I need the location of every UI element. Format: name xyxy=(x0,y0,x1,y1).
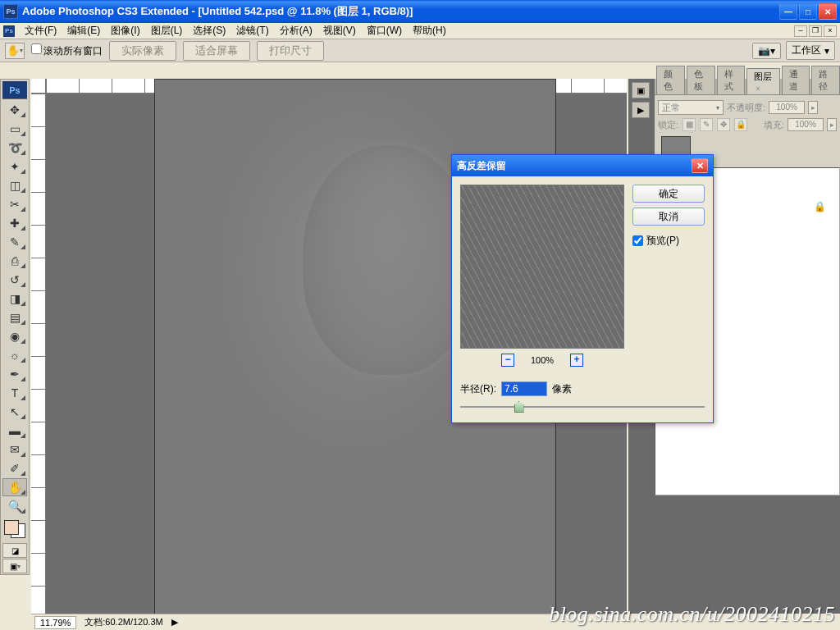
fill-label: 填充: xyxy=(764,119,784,131)
opacity-arrow-icon[interactable]: ▸ xyxy=(808,101,818,114)
fill-arrow-icon[interactable]: ▸ xyxy=(827,118,837,131)
status-bar: 11.79% 文档:60.2M/120.3M ▶ xyxy=(31,614,627,630)
opacity-value[interactable]: 100% xyxy=(769,101,805,114)
lock-buttons: ▦ ✎ ✥ 🔒 xyxy=(682,118,748,131)
tool-notes[interactable]: ✉ xyxy=(2,441,27,459)
toolbox-logo-icon: Ps xyxy=(2,81,27,99)
tool-slice[interactable]: ✂ xyxy=(2,195,27,213)
well-history-icon[interactable]: ▶ xyxy=(632,102,650,118)
dialog-titlebar[interactable]: 高反差保留 ✕ xyxy=(452,155,713,176)
scroll-all-checkbox[interactable]: 滚动所有窗口 xyxy=(31,43,103,58)
tool-shape[interactable]: ▬ xyxy=(2,422,27,440)
tool-stamp[interactable]: ⎙ xyxy=(2,252,27,270)
toolbox: Ps ✥▭➰✦◫✂✚✎⎙↺◨▤◉☼✒T↖▬✉✐✋🔍 ◪ ▣▾ xyxy=(0,79,30,575)
menu-bar: Ps 文件(F) 编辑(E) 图像(I) 图层(L) 选择(S) 滤镜(T) 分… xyxy=(0,23,840,39)
doc-icon: Ps xyxy=(3,25,15,37)
well-navigator-icon[interactable]: ▣ xyxy=(632,82,650,98)
canvas-content xyxy=(303,145,475,375)
maximize-button[interactable]: □ xyxy=(799,3,817,20)
dialog-title: 高反差保留 xyxy=(457,159,506,173)
tool-zoom[interactable]: 🔍 xyxy=(2,497,27,515)
lock-position-icon[interactable]: ✥ xyxy=(717,118,730,131)
menu-file[interactable]: 文件(F) xyxy=(21,22,61,39)
tool-gradient[interactable]: ▤ xyxy=(2,308,27,326)
menu-analysis[interactable]: 分析(A) xyxy=(276,22,317,39)
tool-marquee[interactable]: ▭ xyxy=(2,120,27,138)
tool-eyedrop[interactable]: ✐ xyxy=(2,459,27,477)
zoom-in-button[interactable]: + xyxy=(570,354,583,367)
tool-eraser[interactable]: ◨ xyxy=(2,290,27,308)
tab-颜色[interactable]: 颜色 xyxy=(656,66,685,94)
tool-pen[interactable]: ✒ xyxy=(2,365,27,383)
foreground-swatch[interactable] xyxy=(4,520,19,535)
ruler-vertical[interactable] xyxy=(31,94,46,614)
tool-blur[interactable]: ◉ xyxy=(2,327,27,345)
mdi-restore-button[interactable]: ❐ xyxy=(809,25,822,37)
tool-lasso[interactable]: ➰ xyxy=(2,139,27,157)
print-size-button[interactable]: 打印尺寸 xyxy=(257,41,324,61)
lock-label: 锁定: xyxy=(658,119,678,131)
tool-heal[interactable]: ✚ xyxy=(2,214,27,232)
slider-thumb[interactable] xyxy=(514,401,524,413)
minimize-button[interactable]: — xyxy=(779,3,797,20)
tool-dodge[interactable]: ☼ xyxy=(2,346,27,364)
status-arrow-icon[interactable]: ▶ xyxy=(171,617,178,628)
tool-move[interactable]: ✥ xyxy=(2,101,27,119)
close-button[interactable]: ✕ xyxy=(819,3,837,20)
lock-indicator-icon: 🔒 xyxy=(814,201,826,212)
workspace-button[interactable]: 工作区 ▾ xyxy=(786,41,835,60)
tool-hand[interactable]: ✋ xyxy=(2,478,27,496)
window-title: Adobe Photoshop CS3 Extended - [Untitled… xyxy=(22,4,413,19)
fill-value[interactable]: 100% xyxy=(788,118,824,131)
tool-brush[interactable]: ✎ xyxy=(2,233,27,251)
menu-view[interactable]: 视图(V) xyxy=(319,22,360,39)
preview-checkbox[interactable]: 预览(P) xyxy=(632,234,705,248)
menu-select[interactable]: 选择(S) xyxy=(189,22,230,39)
radius-unit: 像素 xyxy=(552,382,572,396)
lock-transparent-icon[interactable]: ▦ xyxy=(682,118,696,131)
tab-色板[interactable]: 色板 xyxy=(687,66,715,94)
screenmode-button[interactable]: ▣▾ xyxy=(2,559,27,573)
lock-all-icon[interactable]: 🔒 xyxy=(734,118,747,131)
color-swatches[interactable] xyxy=(2,518,27,540)
menu-edit[interactable]: 编辑(E) xyxy=(63,22,104,39)
menu-image[interactable]: 图像(I) xyxy=(107,22,144,39)
app-logo-icon: Ps xyxy=(3,4,18,19)
opacity-label: 不透明度: xyxy=(727,102,765,114)
radius-input[interactable] xyxy=(501,381,547,396)
radius-label: 半径(R): xyxy=(460,382,496,396)
zoom-level: 100% xyxy=(531,355,554,365)
tool-preset-icon[interactable]: ✋▾ xyxy=(5,43,25,59)
ok-button[interactable]: 确定 xyxy=(632,185,705,203)
tab-通道[interactable]: 通道 xyxy=(782,66,810,94)
actual-pixels-button[interactable]: 实际像素 xyxy=(109,41,176,61)
menu-layer[interactable]: 图层(L) xyxy=(147,22,187,39)
zoom-out-button[interactable]: − xyxy=(501,354,514,367)
status-zoom[interactable]: 11.79% xyxy=(34,616,76,629)
tool-wand[interactable]: ✦ xyxy=(2,158,27,176)
quickmask-button[interactable]: ◪ xyxy=(2,543,27,558)
tab-样式[interactable]: 样式 xyxy=(717,66,746,94)
dialog-preview[interactable] xyxy=(460,185,624,349)
mdi-close-button[interactable]: × xyxy=(824,25,837,37)
panel-well: ▣ ▶ xyxy=(632,82,653,118)
tool-path[interactable]: ↖ xyxy=(2,403,27,421)
tab-路径[interactable]: 路径 xyxy=(811,66,840,94)
lock-pixels-icon[interactable]: ✎ xyxy=(700,118,713,131)
fit-screen-button[interactable]: 适合屏幕 xyxy=(183,41,250,61)
window-titlebar: Ps Adobe Photoshop CS3 Extended - [Untit… xyxy=(0,0,840,23)
tab-图层[interactable]: 图层× xyxy=(746,68,779,94)
menu-window[interactable]: 窗口(W) xyxy=(363,22,406,39)
blend-mode-select[interactable]: 正常▾ xyxy=(658,100,724,115)
mdi-minimize-button[interactable]: – xyxy=(794,25,807,37)
brushes-icon[interactable]: 📷▾ xyxy=(752,43,781,59)
tool-type[interactable]: T xyxy=(2,384,27,402)
cancel-button[interactable]: 取消 xyxy=(632,208,705,226)
dialog-close-button[interactable]: ✕ xyxy=(692,158,708,173)
status-doc: 文档:60.2M/120.3M xyxy=(84,616,162,628)
radius-slider[interactable] xyxy=(460,399,705,414)
menu-help[interactable]: 帮助(H) xyxy=(409,22,450,39)
tool-history[interactable]: ↺ xyxy=(2,271,27,289)
menu-filter[interactable]: 滤镜(T) xyxy=(232,22,272,39)
tool-crop[interactable]: ◫ xyxy=(2,176,27,194)
